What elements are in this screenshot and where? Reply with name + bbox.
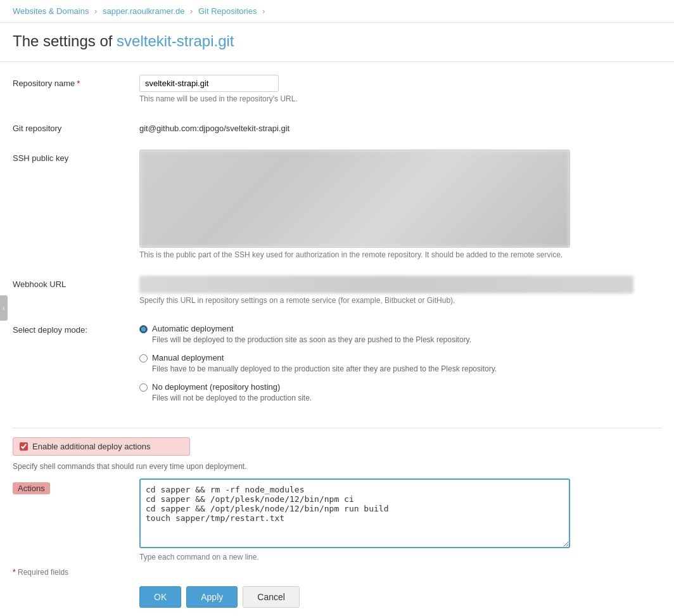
repo-name-input[interactable]: [139, 75, 279, 92]
breadcrumb-item-websites[interactable]: Websites & Domains: [13, 6, 89, 16]
deploy-mode-group: Automatic deployment Files will be deplo…: [139, 324, 661, 402]
deploy-mode-field: Automatic deployment Files will be deplo…: [139, 321, 661, 411]
radio-none-desc: Files will not be deployed to the produc…: [152, 394, 312, 402]
radio-manual-desc: Files have to be manually deployed to th…: [152, 364, 497, 373]
ssh-key-label: SSH public key: [13, 150, 139, 163]
webhook-url-display: [139, 276, 633, 293]
repo-name-label: Repository name*: [13, 75, 139, 88]
breadcrumb-separator-2: ›: [190, 6, 193, 16]
repo-name-field: This name will be used in the repository…: [139, 75, 661, 103]
radio-manual[interactable]: [139, 354, 148, 363]
webhook-row: Webhook URL Specify this URL in reposito…: [13, 276, 661, 310]
repo-name-hint: This name will be used in the repository…: [139, 94, 661, 103]
ssh-key-hint: This is the public part of the SSH key u…: [139, 250, 661, 259]
breadcrumb-separator-3: ›: [262, 6, 265, 16]
radio-none-label: No deployment (repository hosting): [152, 382, 312, 392]
breadcrumb: Websites & Domains › sapper.raoulkramer.…: [0, 0, 674, 23]
git-repo-row: Git repository git@github.com:djpogo/sve…: [13, 120, 661, 138]
page-header: The settings of sveltekit-strapi.git: [0, 23, 674, 62]
ssh-key-display: [139, 150, 570, 248]
webhook-label: Webhook URL: [13, 276, 139, 289]
ok-button[interactable]: OK: [139, 586, 181, 608]
actions-label-wrap: Actions: [13, 478, 139, 494]
git-repo-label: Git repository: [13, 120, 139, 133]
git-repo-field: git@github.com:djpogo/sveltekit-strapi.g…: [139, 120, 661, 133]
radio-automatic[interactable]: [139, 325, 148, 333]
radio-automatic-label: Automatic deployment: [152, 324, 471, 333]
ssh-key-field: This is the public part of the SSH key u…: [139, 150, 661, 259]
apply-button[interactable]: Apply: [186, 586, 238, 608]
actions-section: Actions cd sapper && rm -rf node_modules…: [13, 478, 661, 561]
deploy-mode-manual: Manual deployment Files have to be manua…: [139, 353, 661, 373]
webhook-field: Specify this URL in repository settings …: [139, 276, 661, 305]
enable-deploy-label: Enable additional deploy actions: [32, 442, 150, 451]
main-content: Repository name* This name will be used …: [0, 62, 674, 616]
sidebar-toggle[interactable]: ‹: [0, 295, 8, 321]
radio-none[interactable]: [139, 383, 148, 392]
ssh-key-row: SSH public key This is the public part o…: [13, 150, 661, 264]
actions-field: cd sapper && rm -rf node_modules cd sapp…: [139, 478, 570, 561]
deploy-mode-none: No deployment (repository hosting) Files…: [139, 382, 661, 402]
radio-automatic-desc: Files will be deployed to the production…: [152, 335, 471, 344]
webhook-hint: Specify this URL in repository settings …: [139, 296, 661, 305]
radio-manual-label: Manual deployment: [152, 353, 497, 363]
actions-textarea[interactable]: cd sapper && rm -rf node_modules cd sapp…: [139, 478, 570, 548]
repo-name-row: Repository name* This name will be used …: [13, 75, 661, 108]
breadcrumb-separator: ›: [94, 6, 97, 16]
git-repo-value: git@github.com:djpogo/sveltekit-strapi.g…: [139, 120, 661, 133]
actions-hint: Type each command on a new line.: [139, 553, 570, 561]
deploy-hint: Specify shell commands that should run e…: [13, 462, 661, 471]
deploy-mode-row: Select deploy mode: Automatic deployment…: [13, 321, 661, 416]
cancel-button[interactable]: Cancel: [243, 586, 300, 608]
deploy-mode-automatic: Automatic deployment Files will be deplo…: [139, 324, 661, 344]
button-row: OK Apply Cancel: [13, 586, 661, 608]
actions-label: Actions: [13, 482, 50, 494]
section-divider: [13, 428, 661, 428]
required-note: * Required fields: [13, 568, 661, 577]
enable-deploy-checkbox[interactable]: [20, 442, 28, 451]
enable-deploy-bar: Enable additional deploy actions: [13, 437, 190, 456]
breadcrumb-item-domain[interactable]: sapper.raoulkramer.de: [103, 6, 184, 16]
breadcrumb-item-git[interactable]: Git Repositories: [198, 6, 257, 16]
repo-name-required: *: [77, 79, 80, 88]
page-title: The settings of sveltekit-strapi.git: [13, 32, 661, 50]
deploy-mode-label: Select deploy mode:: [13, 321, 139, 335]
